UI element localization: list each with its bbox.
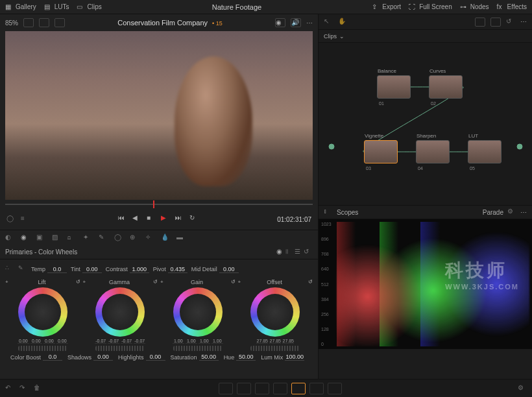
node-vignette[interactable]: Vignette03 xyxy=(364,140,398,163)
highlights-value[interactable]: 0.00 xyxy=(146,354,165,361)
tool-camera-raw-icon[interactable]: ◐ xyxy=(5,234,14,243)
tool-tracker-icon[interactable]: ⊕ xyxy=(130,234,139,243)
wheel-value[interactable]: -0.07 xyxy=(108,339,119,344)
play-button[interactable]: ▶ xyxy=(161,214,171,224)
node-more-icon[interactable]: ⋯ xyxy=(520,18,527,25)
node-sharpen[interactable]: Sharpen04 xyxy=(416,140,450,163)
project-settings-icon[interactable]: ⚙ xyxy=(518,384,527,393)
offset-jog[interactable] xyxy=(250,346,300,351)
scope-more-icon[interactable]: ⋯ xyxy=(520,209,527,216)
wheel-value[interactable]: 0.00 xyxy=(18,339,29,344)
pivot-value[interactable]: 0.435 xyxy=(168,266,187,273)
wheel-value[interactable]: 1.00 xyxy=(173,339,184,344)
hand-icon[interactable]: ✋ xyxy=(338,18,347,27)
log-mode-icon[interactable]: ☰ xyxy=(295,248,304,257)
redo-button[interactable]: ↷ xyxy=(19,384,29,393)
wheel-value[interactable]: 1.00 xyxy=(212,339,223,344)
page-media-icon[interactable] xyxy=(219,383,233,394)
wheel-value[interactable]: 0.00 xyxy=(43,339,55,344)
page-deliver-icon[interactable] xyxy=(328,383,342,394)
color-picker-icon[interactable]: ◉ xyxy=(275,18,285,27)
wheel-value[interactable]: 0.00 xyxy=(30,339,42,344)
node-reset-icon[interactable]: ↺ xyxy=(506,18,515,27)
node-graph[interactable]: Balance01Curves02Vignette03Sharpen04LUT0… xyxy=(319,43,532,205)
stack-icon[interactable]: ≡ xyxy=(21,215,30,224)
pick-white-icon[interactable]: ✎ xyxy=(18,265,27,274)
tool-window-icon[interactable]: ◯ xyxy=(114,234,123,243)
wheel-value[interactable]: -0.07 xyxy=(134,339,145,344)
temp-value[interactable]: 0.0 xyxy=(47,266,67,273)
tool-magic-mask-icon[interactable]: ✧ xyxy=(145,234,154,243)
wheel-value[interactable]: 27.85 xyxy=(269,339,281,344)
wheel-expand-icon[interactable]: + xyxy=(160,279,163,285)
stop-button[interactable]: ■ xyxy=(147,214,157,224)
prev-frame-button[interactable]: ◀ xyxy=(132,214,143,224)
tool-qualifier-icon[interactable]: ✎ xyxy=(99,234,108,243)
view-grid-icon[interactable] xyxy=(54,18,65,27)
nodes-button[interactable]: ⊶ Nodes xyxy=(460,3,489,11)
tint-value[interactable]: 0.00 xyxy=(82,266,102,273)
tool-warper-icon[interactable]: ✦ xyxy=(83,234,92,243)
wheel-reset-icon[interactable]: ↺ xyxy=(76,279,80,285)
timecode[interactable]: 01:02:31:07 xyxy=(277,216,311,223)
gain-jog[interactable] xyxy=(173,346,223,351)
scope-settings-icon[interactable]: ⚙ xyxy=(507,208,516,217)
more-icon[interactable]: ⋯ xyxy=(306,19,313,27)
reset-icon[interactable]: ↺ xyxy=(304,248,313,257)
tool-color-wheels-icon[interactable]: ◉ xyxy=(21,234,30,243)
hue-value[interactable]: 50.00 xyxy=(236,354,256,361)
page-fairlight-icon[interactable] xyxy=(309,383,324,394)
undo-button[interactable]: ↶ xyxy=(5,384,14,393)
node-list-icon[interactable] xyxy=(490,18,501,27)
playhead[interactable] xyxy=(153,200,154,208)
wheel-value[interactable]: 0.00 xyxy=(56,339,68,344)
zoom-level[interactable]: 85% xyxy=(5,19,18,27)
wheel-value[interactable]: 27.85 xyxy=(256,339,268,344)
middetail-value[interactable]: 0.00 xyxy=(219,266,239,273)
bars-mode-icon[interactable]: ⦀ xyxy=(285,248,295,257)
audio-icon[interactable]: 🔊 xyxy=(291,18,301,27)
wheel-expand-icon[interactable]: + xyxy=(83,279,86,285)
first-frame-button[interactable]: ⏮ xyxy=(118,214,128,224)
export-button[interactable]: ⇪ Export xyxy=(372,3,401,11)
wheel-reset-icon[interactable]: ↺ xyxy=(153,279,158,285)
wheel-value[interactable]: 27.85 xyxy=(282,339,294,344)
auto-balance-icon[interactable]: ∴ xyxy=(5,265,14,274)
wheel-expand-icon[interactable]: + xyxy=(238,279,241,285)
next-frame-button[interactable]: ⏭ xyxy=(175,214,186,224)
wheels-mode-icon[interactable]: ◉ xyxy=(276,248,285,257)
tool-curves-icon[interactable]: ⩍ xyxy=(67,234,77,243)
viewer-canvas[interactable] xyxy=(5,31,313,200)
loop-icon[interactable]: ◯ xyxy=(6,215,16,224)
fullscreen-button[interactable]: ⛶ Full Screen xyxy=(409,3,452,11)
page-cut-icon[interactable] xyxy=(237,383,251,394)
tool-blur-icon[interactable]: 💧 xyxy=(161,234,170,243)
gamma-wheel[interactable] xyxy=(95,287,145,337)
page-color-icon[interactable] xyxy=(291,383,306,394)
node-thumb-icon[interactable] xyxy=(475,18,485,27)
clips-dropdown[interactable]: Clips xyxy=(324,33,337,40)
wheel-expand-icon[interactable]: + xyxy=(5,279,8,285)
scope-mode[interactable]: Parade xyxy=(483,209,503,216)
trash-button[interactable]: 🗑 xyxy=(34,384,43,393)
clips-tab[interactable]: ▭ Clips xyxy=(77,3,101,11)
lift-jog[interactable] xyxy=(18,346,67,351)
chevron-down-icon[interactable]: ⌄ xyxy=(339,33,345,40)
luts-tab[interactable]: ▤ LUTs xyxy=(44,3,69,11)
page-edit-icon[interactable] xyxy=(255,383,269,394)
scrub-bar[interactable] xyxy=(5,200,313,209)
wheel-reset-icon[interactable]: ↺ xyxy=(308,279,313,285)
contrast-value[interactable]: 1.000 xyxy=(130,266,149,273)
offset-wheel[interactable] xyxy=(250,287,300,337)
effects-button[interactable]: fx Effects xyxy=(497,3,527,11)
gain-wheel[interactable] xyxy=(173,287,223,337)
tool-rgb-mixer-icon[interactable]: ▨ xyxy=(52,234,61,243)
wheel-value[interactable]: 1.00 xyxy=(186,339,197,344)
gamma-jog[interactable] xyxy=(95,346,145,351)
loop-button[interactable]: ↻ xyxy=(189,214,200,224)
wheel-value[interactable]: -0.07 xyxy=(95,339,106,344)
lummix-value[interactable]: 100.00 xyxy=(285,354,304,361)
node-lut[interactable]: LUT05 xyxy=(468,140,502,163)
gallery-tab[interactable]: ▦ Gallery xyxy=(5,3,36,11)
saturation-value[interactable]: 50.00 xyxy=(199,354,219,361)
